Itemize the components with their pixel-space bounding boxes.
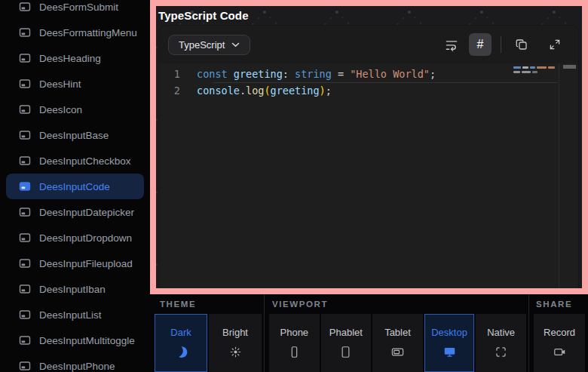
component-icon [19,257,31,269]
component-icon [19,1,31,13]
record-icon [553,345,567,359]
component-icon [19,309,31,321]
sidebar-item-dees-input-phone[interactable]: DeesInputPhone [6,353,144,372]
component-icon [19,360,31,372]
sidebar-item-label: DeesInputPhone [39,361,115,372]
toolbar-divider [501,36,501,53]
sidebar-item-dees-heading[interactable]: DeesHeading [6,45,144,71]
sidebar-item-dees-hint[interactable]: DeesHint [6,71,144,97]
component-icon [19,232,31,244]
sidebar-item-label: DeesIcon [39,104,82,115]
word-wrap-toggle-button[interactable] [440,33,463,56]
sidebar-item-dees-icon[interactable]: DeesIcon [6,97,144,122]
properties-bottom-bar: THEME Dark Bright VIEWPORT Phone [150,294,588,372]
expand-icon [548,38,562,51]
hash-icon: # [477,38,484,51]
phone-icon [287,345,302,359]
viewport-tablet-button[interactable]: Tablet [372,314,423,372]
component-icon [19,283,31,295]
sidebar-item-dees-input-iban[interactable]: DeesInputIban [6,276,144,302]
native-icon [494,345,508,359]
component-list: DeesFormSubmit DeesFormattingMenu DeesHe… [0,0,150,372]
code-editor-widget: TypeScript # [160,26,578,288]
moon-icon [174,345,188,359]
sidebar-item-dees-input-list[interactable]: DeesInputList [6,302,144,327]
component-icon [19,103,31,115]
app-window: DeesFormSubmit DeesFormattingMenu DeesHe… [0,0,588,372]
sidebar-item-dees-input-base[interactable]: DeesInputBase [6,122,144,148]
language-select-label: TypeScript [179,39,225,51]
component-icon [19,129,31,141]
sidebar-item-label: DeesInputDatepicker [39,207,134,218]
sidebar-item-dees-input-datepicker[interactable]: DeesInputDatepicker [6,199,144,225]
component-sidebar: DeesFormSubmit DeesFormattingMenu DeesHe… [0,0,150,372]
sidebar-item-label: DeesInputIban [39,284,106,295]
sidebar-item-label: DeesFormattingMenu [39,27,137,38]
sidebar-item-dees-form-submit[interactable]: DeesFormSubmit [6,0,144,20]
code-editor-content[interactable]: 1const greeting: string = "Hello World";… [160,63,578,288]
preview-frame: TypeScript Code TypeScript # [150,0,588,294]
viewport-section: VIEWPORT Phone Phablet Tablet Desktop [264,294,528,372]
viewport-phablet-button[interactable]: Phablet [321,314,372,372]
demo-title: TypeScript Code [158,9,249,22]
fullscreen-button[interactable] [544,33,566,56]
component-icon [19,155,31,167]
component-icon [19,26,31,38]
tablet-icon [390,345,405,359]
viewport-phone-button[interactable]: Phone [269,314,320,372]
desktop-icon [443,345,457,359]
demo-stage: TypeScript Code TypeScript # [156,6,582,288]
component-icon [19,78,31,90]
language-select[interactable]: TypeScript [168,35,250,55]
sidebar-item-dees-input-fileupload[interactable]: DeesInputFileupload [6,251,144,276]
sidebar-item-label: DeesHeading [39,53,101,64]
sidebar-item-label: DeesInputFileupload [39,258,133,269]
copy-code-button[interactable] [510,33,533,56]
viewport-section-title: VIEWPORT [265,294,528,314]
component-icon [19,334,31,346]
word-wrap-icon [444,37,459,52]
theme-section-title: THEME [150,294,264,314]
code-line-2: 2console.log(greeting); [160,82,578,99]
viewport-desktop-button[interactable]: Desktop [424,314,475,372]
theme-section: THEME Dark Bright [150,294,264,372]
sidebar-item-dees-formatting-menu[interactable]: DeesFormattingMenu [6,20,144,45]
sidebar-item-dees-input-checkbox[interactable]: DeesInputCheckbox [6,148,144,174]
sun-icon [228,345,243,359]
sidebar-item-label: DeesInputBase [39,130,109,141]
sidebar-item-label: DeesInputDropdown [39,232,132,244]
copy-icon [515,38,528,51]
viewport-native-button[interactable]: Native [476,314,526,372]
sidebar-item-label: DeesFormSubmit [39,2,118,13]
line-number: 2 [160,82,197,99]
minimap-divider [559,63,559,288]
share-section: SHARE Record [528,294,587,372]
sidebar-item-label: DeesHint [39,78,81,90]
sidebar-item-dees-input-code[interactable]: DeesInputCode [6,174,144,199]
component-icon [19,180,31,192]
component-icon [19,52,31,64]
editor-scrollbar-thumb[interactable] [563,65,576,69]
sidebar-item-label: DeesInputMultitoggle [39,335,135,346]
theme-bright-button[interactable]: Bright [209,314,262,372]
editor-toolbar: TypeScript # [160,26,578,63]
sidebar-item-label: DeesInputList [39,309,102,321]
chevron-down-icon [231,42,240,48]
line-numbers-toggle-button[interactable]: # [469,33,492,56]
line-number: 1 [160,66,197,82]
component-icon [19,206,31,218]
phablet-icon [338,345,353,359]
share-section-title: SHARE [529,294,587,314]
minimap [513,66,556,75]
theme-dark-button[interactable]: Dark [155,314,207,372]
share-record-button[interactable]: Record [534,314,585,372]
sidebar-item-label: DeesInputCheckbox [39,155,131,167]
sidebar-item-label: DeesInputCode [39,181,110,192]
sidebar-item-dees-input-dropdown[interactable]: DeesInputDropdown [6,225,144,251]
sidebar-item-dees-input-multitoggle[interactable]: DeesInputMultitoggle [6,327,144,353]
